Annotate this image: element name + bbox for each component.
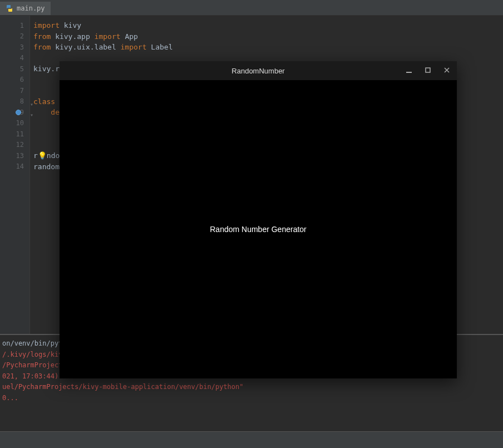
code-token: kivy.uix.label xyxy=(55,43,116,51)
app-label: Random Number Generator xyxy=(210,225,307,234)
line-number: 11 xyxy=(16,130,24,138)
app-titlebar[interactable]: RandomNumber xyxy=(60,61,457,80)
console-line: 0... xyxy=(2,393,501,404)
gutter-row[interactable]: 14 xyxy=(0,161,29,173)
gutter-row[interactable]: 11 xyxy=(0,129,29,140)
line-number: 4 xyxy=(20,54,24,62)
python-file-icon xyxy=(6,4,13,12)
code-token xyxy=(33,108,51,116)
line-number: 1 xyxy=(20,22,24,29)
gutter-row[interactable]: 10 xyxy=(0,118,29,129)
console-line: uel/PycharmProjects/kivy-mobile-applicat… xyxy=(2,382,501,393)
line-number: 14 xyxy=(16,163,24,170)
svg-rect-1 xyxy=(426,68,430,72)
gutter-row[interactable]: 9 xyxy=(0,107,29,118)
maximize-button[interactable] xyxy=(423,67,432,75)
gutter-row[interactable]: 2 xyxy=(0,31,29,42)
line-number: 8 xyxy=(20,97,24,105)
code-token: class xyxy=(33,97,60,106)
line-number: 2 xyxy=(20,32,24,40)
breakpoint-marker[interactable] xyxy=(16,110,21,115)
gutter-row[interactable]: 12 xyxy=(0,140,29,151)
gutter-row[interactable]: 4 xyxy=(0,53,29,64)
gutter-row[interactable]: 13 xyxy=(0,150,29,161)
kivy-app-window[interactable]: RandomNumber Random Number Generator xyxy=(60,61,457,378)
code-token: import xyxy=(116,43,151,51)
gutter-row[interactable]: 1 xyxy=(0,20,29,31)
code-token: from xyxy=(33,43,55,51)
code-token: kivy.app xyxy=(55,32,90,41)
line-number: 5 xyxy=(20,65,24,73)
gutter: 1234567891011121314 xyxy=(0,16,30,334)
code-token: kivy xyxy=(64,21,81,29)
close-button[interactable] xyxy=(442,67,451,75)
line-number: 12 xyxy=(16,141,24,149)
app-body: Random Number Generator xyxy=(60,80,457,378)
line-number: 6 xyxy=(20,76,24,83)
line-number: 10 xyxy=(16,119,24,127)
tab-filename: main.py xyxy=(17,4,45,12)
gutter-row[interactable]: 6 xyxy=(0,75,29,86)
code-token: import xyxy=(33,21,64,29)
code-token: import xyxy=(90,32,125,41)
line-number: 13 xyxy=(16,152,24,160)
code-line[interactable]: import kivy xyxy=(33,20,503,31)
tab-bar: main.py xyxy=(0,0,503,16)
gutter-row[interactable]: 8 xyxy=(0,96,29,107)
line-number: 3 xyxy=(20,43,24,51)
code-token: App xyxy=(125,32,137,41)
window-controls xyxy=(405,67,451,75)
line-number: 7 xyxy=(20,87,24,95)
code-token: Label xyxy=(151,43,172,51)
code-line[interactable]: from kivy.app import App xyxy=(33,31,503,42)
tab-main-py[interactable]: main.py xyxy=(0,2,51,15)
svg-rect-0 xyxy=(406,72,412,73)
status-bar xyxy=(0,431,503,448)
code-line[interactable]: from kivy.uix.label import Label xyxy=(33,42,503,53)
app-title: RandomNumber xyxy=(231,67,284,75)
code-token: random xyxy=(33,163,60,171)
code-token: from xyxy=(33,32,55,41)
gutter-row[interactable]: 7 xyxy=(0,85,29,96)
minimize-button[interactable] xyxy=(405,67,413,75)
gutter-row[interactable]: 3 xyxy=(0,42,29,53)
gutter-row[interactable]: 5 xyxy=(0,63,29,75)
code-token: r xyxy=(33,151,38,160)
lightbulb-icon[interactable]: 💡 xyxy=(38,151,47,160)
